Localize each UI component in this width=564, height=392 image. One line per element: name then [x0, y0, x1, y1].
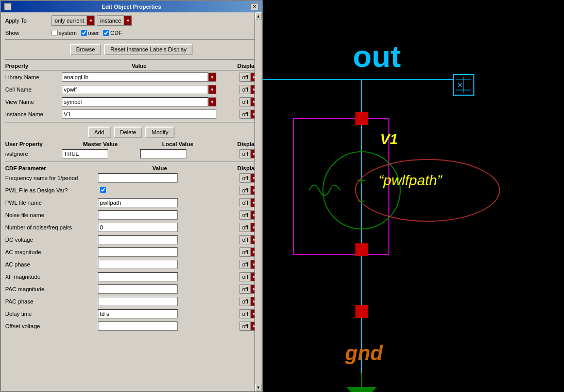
prop-label-1: Cell Name [5, 86, 62, 93]
cdf-input-3[interactable] [98, 210, 178, 220]
divider4 [5, 162, 258, 162]
cdf-row-9: PAC magnitude off ▼ [3, 283, 260, 295]
cdf-display-text-12: off [240, 322, 250, 331]
cdf-value-3 [98, 210, 221, 220]
cdf-input-6[interactable] [98, 247, 178, 257]
scroll-up[interactable]: ▲ [255, 12, 262, 20]
svg-text:−: − [357, 193, 365, 209]
cdf-label-6: AC magnitude [5, 249, 98, 255]
display-text-0: off [240, 73, 250, 82]
modify-button[interactable]: Modify [145, 127, 174, 138]
prop-value-group-1: ▼ [62, 85, 216, 94]
prop-value-group-0: ▼ [62, 73, 216, 82]
cdf-input-11[interactable] [98, 309, 178, 318]
cdf-display-text-8: off [240, 272, 250, 281]
header-property: Property [5, 63, 62, 69]
apply-to-arrow2[interactable]: ▼ [124, 15, 132, 26]
cdf-label-9: PAC magnitude [5, 286, 98, 292]
up-label-0: ivsIgnore [5, 151, 62, 157]
cdf-checkbox-1[interactable] [100, 187, 106, 193]
cdf-value-1 [98, 187, 221, 194]
cdf-header-param: CDF Parameter [5, 165, 98, 171]
cdf-row-12: Offset voltage off ▼ [3, 320, 260, 332]
apply-to-value1: only current [52, 15, 87, 26]
cdf-value-7 [98, 260, 221, 269]
show-system-checkbox[interactable] [52, 30, 58, 36]
cdf-display-text-5: off [240, 235, 250, 244]
cdf-header-value: Value [98, 165, 221, 171]
uh-display: Display [216, 141, 258, 147]
cdf-display-text-7: off [240, 260, 250, 269]
apply-to-arrow1[interactable]: ▼ [87, 15, 95, 26]
prop-arrow-2[interactable]: ▼ [208, 97, 216, 106]
delete-button[interactable]: Delete [114, 127, 143, 138]
cdf-input-4[interactable] [98, 223, 178, 232]
apply-to-dropdown1[interactable]: only current ▼ [52, 15, 95, 26]
cdf-display-text-10: off [240, 297, 250, 306]
browse-button[interactable]: Browse [70, 44, 101, 55]
prop-input-1[interactable] [62, 85, 208, 94]
cdf-display-9: off ▼ [221, 284, 258, 294]
cdf-display-8: off ▼ [221, 272, 258, 281]
apply-to-value2: instance [97, 15, 124, 26]
scrollbar[interactable]: ▲ ▼ [254, 12, 262, 391]
prop-value-group-3 [62, 110, 216, 119]
add-button[interactable]: Add [88, 127, 111, 138]
prop-input-0[interactable] [62, 73, 208, 82]
apply-to-dropdown2[interactable]: instance ▼ [97, 15, 132, 26]
cdf-display-3: off ▼ [221, 210, 258, 220]
cdf-input-0[interactable] [98, 173, 178, 183]
cdf-row-4: Number of noise/freq pairs off ▼ [3, 222, 260, 233]
show-label: Show [5, 30, 52, 36]
cdf-value-9 [98, 284, 221, 294]
cdf-row-10: PAC phase off ▼ [3, 296, 260, 307]
display-text-3: off [240, 110, 250, 119]
cdf-input-5[interactable] [98, 235, 178, 244]
cdf-input-10[interactable] [98, 297, 178, 306]
cdf-display-1: off ▼ [221, 186, 258, 195]
uh-local: Local Value [139, 141, 216, 147]
cdf-label-5: DC voltage [5, 237, 98, 243]
prop-input-2[interactable] [62, 97, 208, 106]
cdf-value-11 [98, 309, 221, 318]
divider1 [5, 39, 258, 40]
prop-input-3[interactable] [62, 110, 216, 119]
prop-arrow-1[interactable]: ▼ [208, 85, 216, 94]
prop-display-0: off ▼ [216, 73, 258, 82]
cdf-row-1: PWL File as Design Var? off ▼ [3, 185, 260, 196]
apply-to-controls: only current ▼ instance ▼ [52, 15, 132, 26]
min-icon[interactable]: _ [4, 3, 11, 10]
show-user-checkbox[interactable] [81, 30, 87, 36]
property-row-3: Instance Name off ▼ [3, 109, 260, 120]
cdf-display-7: off ▼ [221, 260, 258, 269]
prop-label-2: View Name [5, 99, 62, 105]
cdf-label-0: Frequency name for 1/period [5, 175, 98, 181]
user-prop-rows: ivsIgnore off ▼ [3, 148, 260, 159]
scroll-down[interactable]: ▼ [255, 384, 262, 391]
show-cdf-checkbox[interactable] [103, 30, 109, 36]
svg-text:“pwlfpath”: “pwlfpath” [379, 172, 443, 188]
property-rows: Library Name ▼ off ▼ Cell Name ▼ off ▼ V… [3, 72, 260, 120]
cdf-input-8[interactable] [98, 272, 178, 281]
cdf-row-2: PWL file name off ▼ [3, 197, 260, 208]
up-master-input-0[interactable] [62, 149, 108, 158]
cdf-input-9[interactable] [98, 284, 178, 294]
property-row-2: View Name ▼ off ▼ [3, 96, 260, 108]
show-user-label: user [88, 30, 99, 36]
uh-master: Master Value [62, 141, 139, 147]
show-row: Show system user CDF [3, 29, 260, 37]
close-button[interactable]: ✕ [250, 3, 259, 10]
up-display-0: off ▼ [216, 149, 258, 158]
cdf-display-12: off ▼ [221, 322, 258, 331]
up-local-input-0[interactable] [140, 149, 186, 158]
cdf-label-3: Noise file name [5, 212, 98, 218]
show-checkboxes: system user CDF [52, 30, 122, 36]
prop-arrow-0[interactable]: ▼ [208, 73, 216, 82]
cdf-input-2[interactable] [98, 198, 178, 207]
cdf-header-display: Display [221, 165, 258, 171]
cdf-input-7[interactable] [98, 260, 178, 269]
cdf-label-8: XF magnitude [5, 274, 98, 280]
cdf-input-12[interactable] [98, 322, 178, 331]
reset-button[interactable]: Reset Instance Labels Display [104, 44, 193, 55]
show-cdf-label: CDF [110, 30, 122, 36]
